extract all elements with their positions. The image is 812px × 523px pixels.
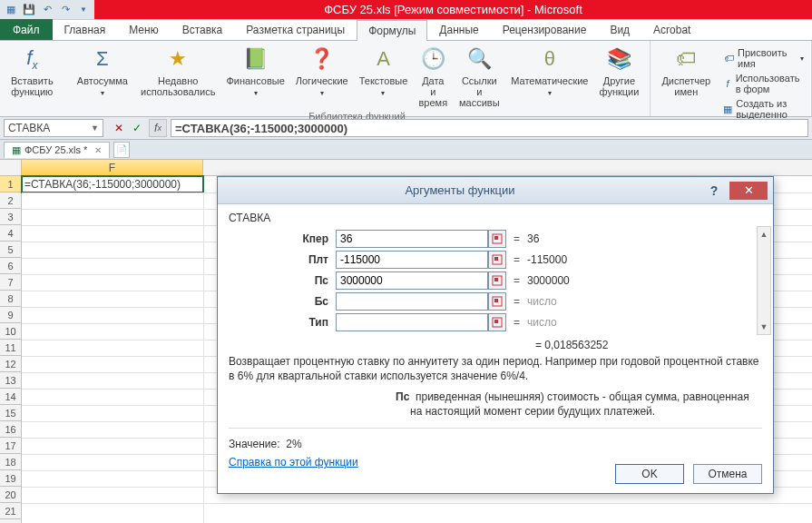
row-header[interactable]: 4 xyxy=(0,225,21,242)
fx-button[interactable]: fx xyxy=(149,119,167,137)
name-box[interactable]: СТАВКА ▼ xyxy=(4,119,103,137)
function-help-link[interactable]: Справка по этой функции xyxy=(229,456,358,469)
theta-icon: θ xyxy=(535,44,564,74)
tab-page-layout[interactable]: Разметка страницы xyxy=(234,19,357,40)
tag-icon: 🏷 xyxy=(671,44,700,74)
qat-dropdown-icon[interactable]: ▼ xyxy=(76,3,91,17)
ok-button[interactable]: OK xyxy=(615,464,684,484)
svg-rect-3 xyxy=(494,257,498,261)
svg-rect-5 xyxy=(494,278,498,281)
row-header[interactable]: 12 xyxy=(0,356,21,372)
more-functions-button[interactable]: 📚 Другие функции xyxy=(593,43,644,99)
tab-data[interactable]: Данные xyxy=(427,19,490,40)
row-header[interactable]: 2 xyxy=(0,192,21,209)
column-headers: F xyxy=(22,160,812,176)
row-header[interactable]: 5 xyxy=(0,242,21,258)
svg-rect-1 xyxy=(494,236,498,240)
recently-used-button[interactable]: ★ Недавно использовались xyxy=(135,43,220,99)
row-header[interactable]: 10 xyxy=(0,323,21,340)
tab-home[interactable]: Главная xyxy=(53,19,118,40)
function-description: Возвращает процентную ставку по аннуитет… xyxy=(229,355,762,383)
insert-function-button[interactable]: fx Вставить функцию xyxy=(5,43,59,99)
row-header[interactable]: 9 xyxy=(0,307,21,323)
financial-button[interactable]: 📗 Финансовые▾ xyxy=(220,43,289,100)
math-button[interactable]: θ Математические▾ xyxy=(505,43,593,100)
arg-row-plt: Плт =-115000 xyxy=(229,251,762,269)
accept-formula-button[interactable]: ✓ xyxy=(129,120,145,136)
logical-button[interactable]: ❓ Логические▾ xyxy=(290,43,354,100)
row-header[interactable]: 14 xyxy=(0,389,21,405)
cell-f1[interactable]: =СТАВКА(36;-115000;3000000) xyxy=(22,176,203,192)
cancel-button[interactable]: Отмена xyxy=(693,464,762,484)
row-header[interactable]: 20 xyxy=(0,487,21,503)
svg-rect-9 xyxy=(494,320,498,323)
row-header[interactable]: 16 xyxy=(0,421,21,438)
row-header[interactable]: 13 xyxy=(0,372,21,389)
tab-view[interactable]: Вид xyxy=(598,19,641,40)
close-tab-icon[interactable]: ✕ xyxy=(94,145,102,155)
window-title: ФСБУ 25.xls [Режим совместимости] - Micr… xyxy=(94,0,812,19)
range-picker-button[interactable] xyxy=(488,313,506,331)
ribbon-tabs: Файл Главная Меню Вставка Разметка стран… xyxy=(0,20,812,41)
arg-input-bs[interactable] xyxy=(336,292,488,311)
tab-insert[interactable]: Вставка xyxy=(171,19,235,40)
create-from-selection-button[interactable]: ▦Создать из выделенно xyxy=(721,97,806,121)
tab-formulas[interactable]: Формулы xyxy=(357,20,427,41)
row-header[interactable]: 19 xyxy=(0,470,21,487)
row-header[interactable]: 3 xyxy=(0,209,21,225)
range-picker-button[interactable] xyxy=(488,251,506,269)
formula-result: = 0,018563252 xyxy=(229,339,762,351)
range-picker-button[interactable] xyxy=(488,230,506,248)
datetime-button[interactable]: 🕒 Дата и время xyxy=(413,43,453,110)
svg-rect-7 xyxy=(494,299,498,302)
name-manager-button[interactable]: 🏷 Диспетчер имен xyxy=(656,43,716,99)
dialog-close-button[interactable]: ✕ xyxy=(729,182,768,200)
fx-small-icon: f xyxy=(723,77,731,90)
tab-menu[interactable]: Меню xyxy=(117,19,170,40)
new-doc-button[interactable]: 📄 xyxy=(113,142,130,158)
assign-name-button[interactable]: 🏷Присвоить имя ▾ xyxy=(721,46,806,70)
row-header[interactable]: 21 xyxy=(0,503,21,519)
lookup-button[interactable]: 🔍 Ссылки и массивы xyxy=(453,43,505,110)
column-header-f[interactable]: F xyxy=(22,160,203,176)
row-header[interactable]: 8 xyxy=(0,291,21,307)
row-header-1[interactable]: 1 xyxy=(0,176,21,192)
scroll-down-icon[interactable]: ▼ xyxy=(758,320,770,334)
document-tab[interactable]: ▦ ФСБУ 25.xls * ✕ xyxy=(4,142,110,158)
args-scrollbar[interactable]: ▲ ▼ xyxy=(757,226,771,335)
row-header[interactable]: 11 xyxy=(0,340,21,356)
dialog-help-button[interactable]: ? xyxy=(702,182,726,200)
arg-input-tip[interactable] xyxy=(336,313,488,331)
formula-input[interactable]: =СТАВКА(36;-115000;3000000) xyxy=(171,119,808,137)
tag-small-icon: 🏷 xyxy=(723,52,734,64)
fx-icon: fx xyxy=(17,44,46,74)
row-header[interactable]: 6 xyxy=(0,258,21,274)
file-tab[interactable]: Файл xyxy=(0,19,53,40)
use-in-formula-button[interactable]: fИспользовать в форм xyxy=(721,72,806,95)
more-icon: 📚 xyxy=(604,44,633,74)
select-all-corner[interactable] xyxy=(0,160,22,176)
range-picker-button[interactable] xyxy=(488,271,506,290)
row-header[interactable]: 7 xyxy=(0,274,21,291)
function-name-label: СТАВКА xyxy=(229,212,762,224)
tab-review[interactable]: Рецензирование xyxy=(491,19,599,40)
scroll-up-icon[interactable]: ▲ xyxy=(758,227,770,242)
range-picker-button[interactable] xyxy=(488,292,506,311)
redo-icon[interactable]: ↷ xyxy=(58,3,73,17)
text-button[interactable]: A Текстовые▾ xyxy=(354,43,414,100)
arg-input-plt[interactable] xyxy=(336,251,488,269)
autosum-button[interactable]: Σ Автосумма ▾ xyxy=(70,43,135,100)
arg-row-tip: Тип =число xyxy=(229,313,762,331)
ribbon: fx Вставить функцию Σ Автосумма ▾ ★ Неда… xyxy=(0,41,812,117)
arg-input-ps[interactable] xyxy=(336,271,488,290)
undo-icon[interactable]: ↶ xyxy=(40,3,54,17)
row-header[interactable]: 17 xyxy=(0,438,21,454)
save-icon[interactable]: 💾 xyxy=(22,3,36,17)
cancel-formula-button[interactable]: ✕ xyxy=(111,120,127,136)
chevron-down-icon[interactable]: ▼ xyxy=(91,123,99,133)
row-header[interactable]: 15 xyxy=(0,405,21,421)
arg-input-kper[interactable] xyxy=(336,230,488,248)
dialog-titlebar[interactable]: Аргументы функции ? ✕ xyxy=(218,177,773,204)
tab-acrobat[interactable]: Acrobat xyxy=(641,19,702,40)
row-header[interactable]: 18 xyxy=(0,454,21,470)
